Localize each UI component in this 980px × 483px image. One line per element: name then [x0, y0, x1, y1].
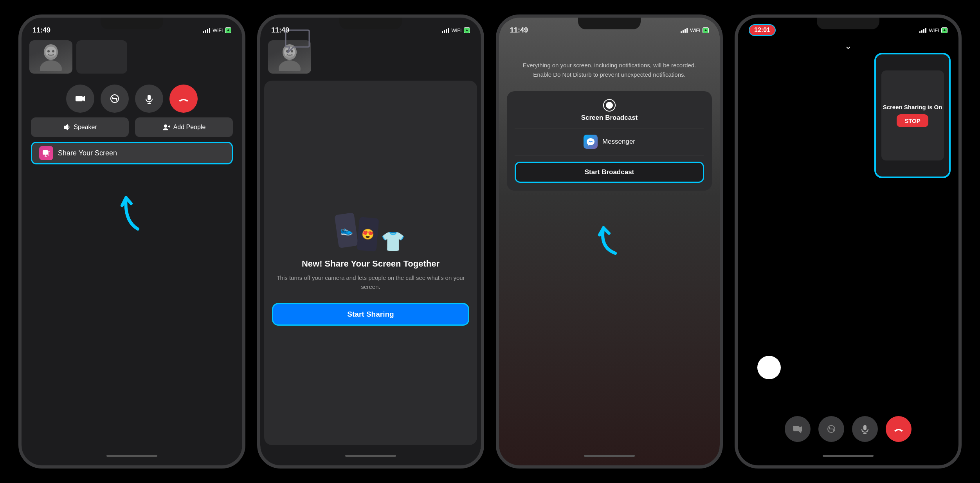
home-indicator-4	[738, 449, 958, 462]
wifi-icon-4: WiFi	[929, 27, 939, 33]
start-broadcast-label: Start Broadcast	[585, 168, 634, 176]
signal-bars-3	[681, 27, 688, 33]
status-icons-2: WiFi +	[442, 27, 470, 33]
signal-bars-1	[203, 27, 210, 33]
status-icons-3: WiFi +	[681, 27, 709, 33]
camera-btn-4[interactable]	[785, 416, 811, 442]
illustration: 👟 😍 👕	[337, 200, 405, 251]
phone-illus-group: 👟 😍	[337, 214, 378, 251]
share-screen-label: Share Your Screen	[58, 149, 117, 157]
speaker-label: Speaker	[74, 124, 97, 131]
signal-bars-4	[919, 27, 926, 33]
wifi-icon-2: WiFi	[451, 27, 461, 33]
home-bar-3	[584, 455, 635, 457]
start-sharing-label: Start Sharing	[347, 310, 394, 319]
flip-camera-button[interactable]	[101, 85, 129, 113]
chevron-down-icon[interactable]: ⌄	[845, 41, 852, 51]
share-title: New! Share Your Screen Together	[302, 259, 440, 269]
status-time-1: 11:49	[32, 26, 50, 34]
signal-bar	[203, 31, 204, 33]
svg-rect-6	[76, 96, 83, 101]
home-indicator-3	[499, 449, 720, 462]
share-screen-button[interactable]: Share Your Screen	[31, 142, 233, 164]
add-people-label: Add People	[173, 124, 206, 131]
svg-rect-16	[43, 150, 48, 155]
phone-emoji-illus: 😍	[357, 217, 379, 252]
svg-rect-9	[148, 95, 151, 100]
messenger-icon	[584, 135, 598, 149]
end-call-button[interactable]	[169, 85, 198, 113]
divider-line-1	[515, 128, 704, 128]
assistive-touch-button[interactable]	[757, 356, 781, 379]
signal-bars-2	[442, 27, 449, 33]
cyan-arrow-3	[592, 200, 627, 255]
sharing-indicator-box: Screen Sharing is On STOP	[874, 53, 951, 178]
signal-bar	[209, 28, 210, 33]
battery-icon-4: +	[941, 27, 948, 33]
mic-button[interactable]	[135, 85, 163, 113]
cyan-arrow-1	[116, 170, 148, 233]
home-indicator-1	[22, 449, 242, 462]
svg-rect-27	[863, 425, 867, 430]
status-time-2: 11:49	[271, 26, 289, 34]
control-row-top	[31, 85, 233, 113]
battery-icon-1: +	[225, 27, 231, 33]
status-time-3: 11:49	[510, 26, 528, 34]
add-people-button[interactable]: Add People	[135, 117, 233, 137]
bottom-controls-4	[738, 416, 958, 442]
svg-point-13	[164, 124, 167, 128]
messenger-option[interactable]: Messenger	[515, 135, 704, 149]
shirt-emoji: 👕	[381, 230, 405, 253]
phone-2: 11:49 WiFi +	[257, 14, 484, 469]
home-indicator-2	[260, 449, 481, 462]
broadcast-panel: Screen Broadcast Messenger Start Broadca…	[507, 91, 712, 191]
screen-broadcast-option[interactable]: Screen Broadcast	[581, 99, 638, 122]
arrow-container-1	[22, 164, 242, 449]
broadcast-radio	[603, 99, 616, 112]
signal-bar	[205, 30, 206, 33]
status-bar-1: 11:49 WiFi +	[22, 18, 242, 37]
control-row-wide: Speaker Add People	[31, 117, 233, 137]
share-subtitle: This turns off your camera and lets peop…	[272, 274, 469, 291]
broadcast-arrow-container	[499, 195, 720, 261]
camera-button[interactable]	[66, 85, 94, 113]
home-bar	[106, 455, 157, 457]
speaker-button[interactable]: Speaker	[31, 117, 129, 137]
battery-icon-3: +	[703, 27, 709, 33]
stop-button[interactable]: STOP	[897, 114, 928, 127]
phone-shoe-illus: 👟	[334, 213, 358, 248]
call-controls: Speaker Add People	[22, 77, 242, 142]
mini-phone-screen: Screen Sharing is On STOP	[881, 70, 944, 160]
svg-point-4	[52, 50, 54, 52]
flip-camera-btn-4[interactable]	[818, 416, 844, 442]
screen-broadcast-label: Screen Broadcast	[581, 114, 638, 122]
status-icons-4: WiFi +	[919, 27, 948, 33]
messenger-label: Messenger	[602, 138, 635, 146]
divider-line-2	[515, 155, 704, 155]
start-sharing-button[interactable]: Start Sharing	[272, 303, 469, 326]
phone-4: 12:01 WiFi + ⌄ Screen Sh	[735, 14, 962, 469]
home-bar-2	[345, 455, 396, 457]
phone-1: 11:49 WiFi +	[18, 14, 245, 469]
video-thumb-dark	[76, 40, 127, 74]
stop-label: STOP	[904, 117, 921, 124]
svg-point-1	[40, 60, 62, 71]
screen-sharing-text: Screen Sharing is On	[883, 104, 942, 110]
end-call-btn-4[interactable]	[886, 416, 912, 442]
status-bar-2: 11:49 WiFi +	[260, 18, 481, 37]
svg-point-5	[47, 54, 55, 58]
person-avatar	[29, 40, 72, 74]
broadcast-radio-inner	[606, 102, 613, 109]
phones-container: 11:49 WiFi +	[0, 0, 980, 483]
start-broadcast-button[interactable]: Start Broadcast	[515, 162, 704, 183]
share-dialog: 👟 😍 👕 New! Share Your Screen Together Th…	[264, 81, 477, 445]
status-time-4: 12:01	[749, 24, 776, 36]
status-icons-1: WiFi +	[203, 27, 231, 33]
mic-btn-4[interactable]	[852, 416, 878, 442]
broadcast-info-text: Everything on your screen, including not…	[499, 37, 720, 87]
wifi-icon-3: WiFi	[690, 27, 700, 33]
home-bar-4	[823, 455, 874, 457]
wifi-icon-1: WiFi	[213, 27, 223, 33]
svg-marker-7	[83, 96, 85, 101]
svg-marker-12	[64, 124, 68, 130]
